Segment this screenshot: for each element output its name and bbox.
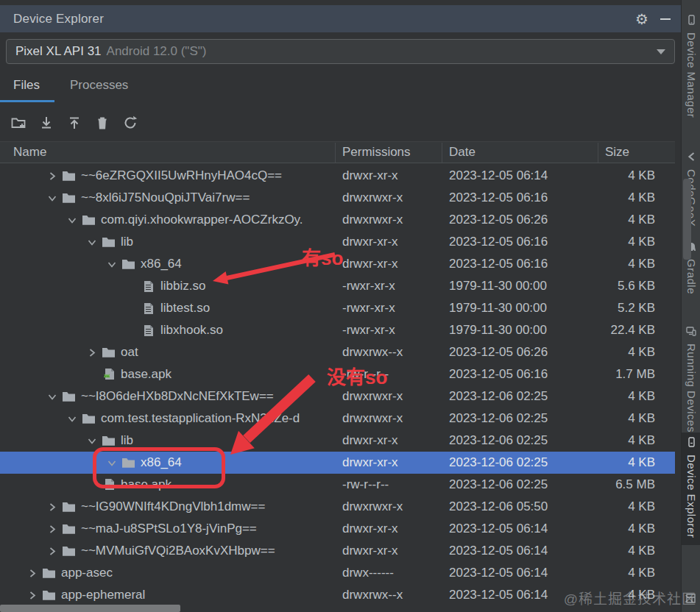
file-toolbar: [4, 110, 138, 135]
minimize-icon[interactable]: [660, 18, 671, 20]
file-name: base.apk: [121, 477, 172, 492]
column-header-size[interactable]: Size: [605, 145, 629, 160]
table-row[interactable]: ~~6eZRGQXII5UwRHnyHAO4cQ==drwxr-xr-x2023…: [0, 165, 675, 187]
file-size: 4 KB: [628, 433, 655, 448]
chevron-down-icon[interactable]: [66, 214, 78, 226]
table-row[interactable]: libtest.so-rwxr-xr-x1979-11-30 00:005.2 …: [0, 297, 675, 319]
chevron-right-icon[interactable]: [86, 346, 98, 358]
table-row[interactable]: ~~I8O6deHXb8DxNcNEfXkTEw==drwxrwxr-x2023…: [0, 385, 675, 408]
column-header-date[interactable]: Date: [449, 145, 475, 160]
file-date: 2023-12-06 02:25: [449, 411, 548, 426]
folder-icon: [62, 391, 76, 403]
tab-files[interactable]: Files: [13, 78, 40, 93]
file-name: app-ephemeral: [61, 588, 145, 602]
file-date: 2023-12-06 02:25: [449, 389, 548, 404]
chevron-down-icon[interactable]: [46, 192, 58, 204]
chevron-down-icon[interactable]: [66, 413, 78, 424]
table-row[interactable]: com.test.testapplication-RxN3dZe-ddrwxrw…: [0, 408, 675, 430]
table-row[interactable]: libdrwxr-xr-x2023-12-05 06:164 KB: [0, 231, 675, 253]
table-row[interactable]: ~~MVMuiGfVQi2BAoxKvXHbpw==drwxr-xr-x2023…: [0, 540, 675, 562]
tab-processes[interactable]: Processes: [70, 78, 128, 93]
table-row[interactable]: libbiz.so-rwxr-xr-x1979-11-30 00:005.6 K…: [0, 275, 675, 297]
file-name: lib: [121, 433, 133, 448]
delete-icon[interactable]: [94, 115, 110, 131]
stripe-tab-device-manager[interactable]: Device Manager: [682, 10, 700, 125]
horizontal-scrollbar[interactable]: [0, 605, 180, 612]
chevron-right-icon[interactable]: [26, 567, 38, 579]
chevron-down-icon[interactable]: [106, 258, 118, 270]
file-name: libbiz.so: [160, 279, 205, 293]
tree-node: app-ephemeral: [0, 584, 145, 606]
file-date: 1979-11-30 00:00: [449, 279, 547, 293]
stripe-tab-device-explorer[interactable]: Device Explorer: [682, 433, 700, 545]
file-permissions: drwxrwx--x: [342, 345, 403, 360]
table-row[interactable]: ~~maJ-u8SPtSLo1Y8-jVinPg==drwxr-xr-x2023…: [0, 518, 675, 540]
table-row[interactable]: ~~8xl6iJ75NouQpiJTVai7rw==drwxrwxr-x2023…: [0, 187, 675, 209]
refresh-icon[interactable]: [122, 115, 138, 131]
file-date: 2023-12-06 02:25: [449, 433, 548, 448]
file-size: 5.6 KB: [618, 279, 655, 293]
table-row[interactable]: libxhook.so-rwxr-xr-x1979-11-30 00:0022.…: [0, 319, 675, 341]
chevron-down-icon[interactable]: [86, 435, 98, 446]
table-row[interactable]: libdrwxr-xr-x2023-12-06 02:254 KB: [0, 430, 675, 452]
file-name: base.apk: [121, 367, 172, 382]
table-row[interactable]: app-ephemeraldrwxrwx--x2023-12-05 06:144…: [0, 584, 675, 606]
folder-icon: [42, 589, 56, 602]
stripe-tab-running-devices[interactable]: Running Devices: [682, 321, 700, 440]
folder-icon: [121, 457, 135, 469]
column-header-name[interactable]: Name: [13, 145, 46, 160]
stripe-corner-icon[interactable]: [685, 593, 696, 607]
chevron-down-icon[interactable]: [106, 457, 118, 469]
table-row[interactable]: x86_64drwxr-xr-x2023-12-05 06:164 KB: [0, 253, 675, 275]
table-row[interactable]: app-asecdrwx------2023-12-05 06:144 KB: [0, 562, 675, 584]
vertical-scrollbar[interactable]: [683, 179, 691, 260]
file-size: 4 KB: [628, 235, 655, 249]
table-row[interactable]: base.apk-rw-r--r--2023-12-05 06:161.7 MB: [0, 363, 675, 385]
chevron-down-icon[interactable]: [86, 236, 98, 248]
table-row[interactable]: x86_64drwxr-xr-x2023-12-06 02:254 KB: [0, 452, 675, 474]
file-name: ~~maJ-u8SPtSLo1Y8-jVinPg==: [81, 522, 257, 536]
chevron-right-icon[interactable]: [26, 589, 38, 601]
page-title: Device Explorer: [0, 12, 104, 26]
file-date: 2023-12-05 06:14: [449, 168, 548, 183]
folder-icon: [102, 346, 116, 359]
chevron-right-icon[interactable]: [46, 545, 58, 557]
chevron-right-icon: [86, 479, 98, 491]
table-row[interactable]: oatdrwxrwx--x2023-12-05 06:264 KB: [0, 341, 675, 363]
chevron-right-icon[interactable]: [46, 170, 58, 182]
tree-node: lib: [0, 430, 133, 452]
folder-icon: [62, 523, 76, 536]
tree-node: x86_64: [0, 253, 182, 275]
column-header-permissions[interactable]: Permissions: [342, 145, 411, 160]
table-row[interactable]: base.apk-rw-r--r--2023-12-06 02:256.5 MB: [0, 474, 675, 496]
table-row[interactable]: com.qiyi.xhookwrapper-AOCZrkzOy.drwxrwxr…: [0, 209, 675, 231]
table-row[interactable]: ~~IG90WNIft4KDngVlbh1dmw==drwxrwxr-x2023…: [0, 496, 675, 518]
new-folder-icon[interactable]: [10, 115, 26, 131]
tool-window-titlebar: Device Explorer ⚙: [0, 5, 681, 32]
file-permissions: -rwxr-xr-x: [342, 279, 395, 293]
file-name: com.qiyi.xhookwrapper-AOCZrkzOy.: [101, 213, 303, 227]
chevron-right-icon: [126, 302, 138, 314]
chevron-right-icon[interactable]: [46, 523, 58, 535]
file-name: x86_64: [141, 257, 182, 271]
device-selector[interactable]: Pixel XL API 31 Android 12.0 ("S"): [6, 39, 675, 64]
chevron-right-icon[interactable]: [46, 501, 58, 513]
tab-bar: Files Processes: [0, 74, 681, 103]
file-size: 4 KB: [628, 345, 655, 360]
file-permissions: drwxr-xr-x: [342, 433, 398, 448]
tree-node: ~~IG90WNIft4KDngVlbh1dmw==: [0, 496, 265, 518]
file-size: 4 KB: [628, 411, 655, 426]
file-size: 4 KB: [628, 588, 655, 602]
gear-icon[interactable]: ⚙: [635, 12, 648, 26]
file-date: 2023-12-05 06:26: [449, 213, 548, 227]
tree-node: x86_64: [0, 452, 182, 474]
column-divider: [598, 143, 598, 163]
file-date: 2023-12-06 02:25: [449, 455, 548, 470]
file-date: 2023-12-05 06:16: [449, 367, 548, 382]
file-permissions: drwxr-xr-x: [342, 235, 398, 249]
download-file-icon[interactable]: [38, 115, 54, 131]
upload-file-icon[interactable]: [66, 115, 82, 131]
tree-node: libtest.so: [0, 297, 210, 319]
tree-node: ~~I8O6deHXb8DxNcNEfXkTEw==: [0, 385, 274, 408]
chevron-down-icon[interactable]: [46, 391, 58, 402]
